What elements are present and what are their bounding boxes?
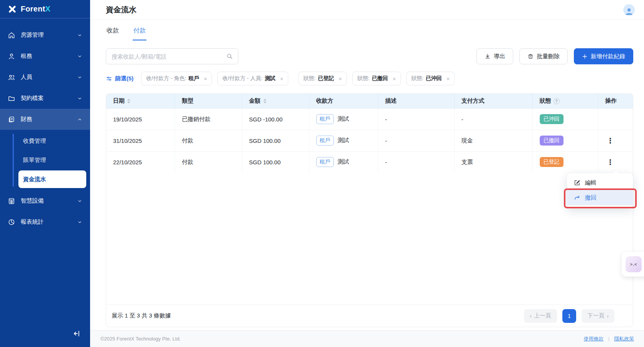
menu-item-edit[interactable]: 編輯 xyxy=(567,175,633,190)
assistant-face-icon: >.< xyxy=(626,256,642,272)
chip-close-icon[interactable]: × xyxy=(447,75,450,82)
chip-close-icon[interactable]: × xyxy=(280,75,284,82)
tab-receipts[interactable]: 收款 xyxy=(106,25,120,41)
cell-status: 已沖回 xyxy=(532,108,598,130)
sidebar-collapse-button[interactable] xyxy=(71,328,83,339)
sidebar-item-label: 租務 xyxy=(21,52,72,60)
status-badge: 已沖回 xyxy=(540,114,564,124)
chip-close-icon[interactable]: × xyxy=(204,75,207,82)
table-header-row: 日期 類型 金額 收款方 描述 支付方式 狀態 ? 操作 xyxy=(106,94,633,108)
column-header-payee: 收款方 xyxy=(309,94,378,108)
chevron-up-icon xyxy=(77,117,82,122)
cell-method: - xyxy=(454,108,532,130)
cell-method: 支票 xyxy=(454,151,532,173)
column-header-amount[interactable]: 金額 xyxy=(242,94,309,108)
prev-arrow-icon: ‹ xyxy=(530,313,532,319)
prev-page-button[interactable]: ‹ 上一頁 xyxy=(524,309,557,323)
table-row: 19/10/2025 已撤銷付款 SGD -100.00 租戶測試 - - 已沖… xyxy=(106,108,633,130)
column-header-description: 描述 xyxy=(378,94,454,108)
toolbar-actions: 導出 批量刪除 新增付款紀錄 xyxy=(476,48,633,64)
sidebar-item-people[interactable]: 人員 xyxy=(0,67,90,88)
sidebar-item-tenancy[interactable]: 租務 xyxy=(0,46,90,67)
chip-close-icon[interactable]: × xyxy=(393,75,396,82)
sidebar-item-smart-devices[interactable]: 智慧設備 xyxy=(0,190,90,211)
status-badge: 已撤回 xyxy=(540,136,564,146)
filter-toggle-button[interactable]: 篩選(5) xyxy=(106,75,133,82)
column-header-date[interactable]: 日期 xyxy=(106,94,175,108)
table-row: 22/10/2025 付款 SGD 100.00 租戶測試 - 支票 已登記 ⋮ xyxy=(106,151,633,173)
sidebar-item-properties[interactable]: 房源管理 xyxy=(0,25,90,46)
avatar[interactable] xyxy=(623,4,635,16)
sidebar-item-label: 報表統計 xyxy=(21,218,72,226)
row-more-actions-button[interactable]: ⋮ xyxy=(605,157,616,167)
edit-icon xyxy=(574,180,580,186)
export-button[interactable]: 導出 xyxy=(476,48,513,64)
chevron-down-icon xyxy=(77,198,82,204)
brand-logo: ForentX xyxy=(0,0,90,18)
payments-table-card: 日期 類型 金額 收款方 描述 支付方式 狀態 ? 操作 xyxy=(106,93,633,327)
search-icon xyxy=(226,53,233,60)
menu-item-withdraw[interactable]: 撤回 xyxy=(567,190,633,205)
terms-link[interactable]: 使用條款 xyxy=(584,336,604,342)
add-payment-record-button[interactable]: 新增付款紀錄 xyxy=(574,48,633,64)
search-input[interactable] xyxy=(106,48,238,64)
filter-chip-status-registered: 狀態:已登記 × xyxy=(298,72,347,85)
chevron-down-icon xyxy=(77,33,82,38)
sidebar-item-label: 房源管理 xyxy=(21,31,72,39)
sort-icon[interactable] xyxy=(263,98,267,104)
device-icon xyxy=(8,197,15,205)
sidebar-item-reports[interactable]: 報表統計 xyxy=(0,211,90,232)
sidebar-item-contracts[interactable]: 契約檔案 xyxy=(0,88,90,109)
pagination-controls: ‹ 上一頁 1 下一頁 › xyxy=(524,309,614,323)
cell-amount: SGD -100.00 xyxy=(242,108,309,130)
cell-type: 付款 xyxy=(175,130,242,151)
chevron-down-icon xyxy=(77,75,82,80)
pagination-summary: 展示 1 至 3 共 3 條數據 xyxy=(112,312,171,319)
bulk-delete-button[interactable]: 批量刪除 xyxy=(519,48,568,64)
privacy-link[interactable]: 隱私政策 xyxy=(614,336,634,342)
column-header-type: 類型 xyxy=(175,94,242,108)
next-arrow-icon: › xyxy=(607,313,609,319)
sidebar-item-bill-management[interactable]: 賬單管理 xyxy=(18,151,86,170)
cell-actions xyxy=(598,108,633,130)
status-help-icon[interactable]: ? xyxy=(554,98,560,104)
tab-payments[interactable]: 付款 xyxy=(133,25,146,41)
column-header-status: 狀態 ? xyxy=(532,94,598,108)
submenu-rail xyxy=(13,134,14,187)
sidebar-item-fund-flow[interactable]: 資金流水 xyxy=(18,170,86,188)
chip-close-icon[interactable]: × xyxy=(338,75,342,82)
row-actions-menu: 編輯 撤回 xyxy=(567,173,633,208)
sidebar: ForentX 房源管理 租務 xyxy=(0,0,90,347)
column-header-method: 支付方式 xyxy=(454,94,532,108)
cell-type: 付款 xyxy=(175,151,242,173)
folder-icon xyxy=(8,95,15,102)
pagination: 展示 1 至 3 共 3 條數據 ‹ 上一頁 1 下一頁 › xyxy=(106,304,633,327)
download-icon xyxy=(485,53,491,59)
sidebar-item-finance[interactable]: 財務 xyxy=(0,109,90,130)
status-badge: 已登記 xyxy=(540,157,564,167)
payee-role-tag: 租戶 xyxy=(316,114,334,124)
sidebar-item-label: 智慧設備 xyxy=(21,197,72,205)
sort-icon[interactable] xyxy=(127,98,131,104)
brand-name: ForentX xyxy=(21,5,51,13)
user-icon xyxy=(8,52,15,60)
toolbar: 導出 批量刪除 新增付款紀錄 xyxy=(90,41,644,64)
tab-bar: 收款 付款 xyxy=(90,20,644,41)
users-icon xyxy=(8,74,15,81)
page-number-button[interactable]: 1 xyxy=(562,309,576,323)
finance-docs-icon xyxy=(8,116,15,123)
cell-status: 已登記 xyxy=(532,151,598,173)
cell-description: - xyxy=(378,108,454,130)
cell-description: - xyxy=(378,130,454,151)
sidebar-item-label: 人員 xyxy=(21,74,72,81)
chevron-down-icon xyxy=(77,54,82,59)
legal-links: 使用條款 | 隱私政策 xyxy=(584,336,634,342)
row-more-actions-button[interactable]: ⋮ xyxy=(605,135,616,146)
sidebar-item-fee-management[interactable]: 收費管理 xyxy=(18,131,86,151)
next-page-button[interactable]: 下一頁 › xyxy=(582,309,614,323)
table-row: 31/10/2025 付款 SGD 100.00 租戶測試 - 現金 已撤回 ⋮ xyxy=(106,130,633,151)
trash-icon xyxy=(527,53,534,59)
sidebar-item-label: 財務 xyxy=(21,116,72,123)
sidebar-item-label: 契約檔案 xyxy=(21,95,72,102)
floating-assistant-button[interactable]: >.< xyxy=(622,252,644,277)
